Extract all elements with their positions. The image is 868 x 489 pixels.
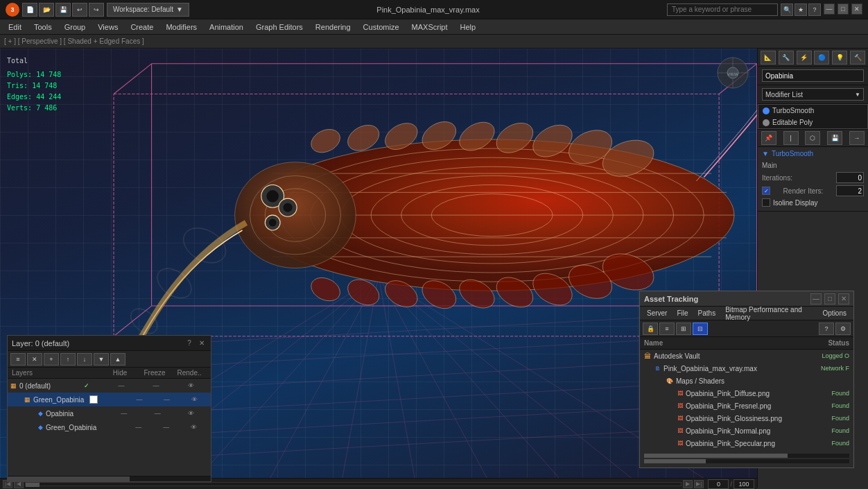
rp-motion-btn[interactable]: 🔵 <box>814 51 829 65</box>
search-input[interactable] <box>667 3 778 16</box>
ap-scrollbar-v-thumb[interactable] <box>644 459 706 463</box>
ap-scrollbar-h[interactable] <box>644 454 849 458</box>
rp-render-iters-input[interactable] <box>836 185 864 196</box>
lp-controls: ? ✕ <box>184 338 207 348</box>
workspace-selector[interactable]: Workspace: Default ▼ <box>107 3 189 17</box>
lp-add-btn[interactable]: + <box>44 353 59 366</box>
menu-tools[interactable]: Tools <box>28 19 58 35</box>
save-btn[interactable]: 💾 <box>55 3 71 17</box>
rp-utilities-btn[interactable]: 🔨 <box>850 51 865 65</box>
ap-menu-bitmap[interactable]: Bitmap Performance and Memory <box>721 304 817 323</box>
time-end-btn[interactable]: ▶| <box>694 480 704 488</box>
maximize-btn[interactable]: □ <box>837 3 849 15</box>
menu-rendering[interactable]: Rendering <box>310 19 356 35</box>
ap-tb-help-btn[interactable]: ? <box>819 323 834 335</box>
time-slider[interactable] <box>25 482 682 486</box>
lp-help-btn[interactable]: ? <box>184 338 194 348</box>
ap-row-label-vault: Autodesk Vault <box>654 352 700 360</box>
lp-color-swatch-1[interactable] <box>89 395 98 404</box>
menu-help[interactable]: Help <box>455 19 482 35</box>
ap-minimize-btn[interactable]: — <box>810 293 822 304</box>
lp-collapse-btn[interactable]: ▲ <box>110 353 125 366</box>
rp-list-btn[interactable]: | <box>783 131 799 145</box>
svg-line-13 <box>379 275 568 488</box>
ap-tb-btn-3[interactable]: ⊞ <box>676 323 691 335</box>
menu-create[interactable]: Create <box>125 19 159 35</box>
rp-render-check[interactable]: ✓ <box>762 187 770 195</box>
lp-move-up-btn[interactable]: ↑ <box>60 353 76 366</box>
ap-menu-options[interactable]: Options <box>819 308 851 318</box>
rp-shape-btn[interactable]: ⬡ <box>805 131 820 145</box>
rp-modifier-turbosmooth[interactable]: TurboSmooth <box>758 105 867 117</box>
rp-pin-btn[interactable]: 📌 <box>761 131 776 145</box>
rp-modify-btn[interactable]: 🔧 <box>779 51 794 65</box>
ap-menu-server[interactable]: Server <box>643 308 671 318</box>
ap-menu-file[interactable]: File <box>672 308 692 318</box>
ap-tb-settings-btn[interactable]: ⚙ <box>835 323 851 335</box>
lp-close-btn[interactable]: ✕ <box>197 338 207 348</box>
list-item[interactable]: 🎨 Maps / Shaders <box>640 375 853 387</box>
menu-modifiers[interactable]: Modifiers <box>160 19 202 35</box>
help-btn[interactable]: ? <box>808 3 821 16</box>
ap-menu-paths[interactable]: Paths <box>694 308 720 318</box>
list-item[interactable]: 🏛 Autodesk Vault Logged O <box>640 350 853 362</box>
minimize-btn[interactable]: — <box>824 3 835 15</box>
menu-views[interactable]: Views <box>92 19 123 35</box>
ap-scrollbar-v[interactable] <box>644 459 849 463</box>
time-frame-input[interactable] <box>708 479 729 489</box>
menu-customize[interactable]: Customize <box>358 19 405 35</box>
rp-iterations-input[interactable] <box>836 172 864 183</box>
redo-btn[interactable]: ↪ <box>89 3 104 17</box>
menu-animation[interactable]: Animation <box>204 19 249 35</box>
menu-group[interactable]: Group <box>59 19 92 35</box>
rp-isoline-check[interactable] <box>762 198 770 207</box>
ap-tb-btn-2[interactable]: ≡ <box>659 323 675 335</box>
ap-close-btn[interactable]: ✕ <box>838 293 849 304</box>
time-end-input[interactable] <box>734 479 754 489</box>
ap-tb-btn-4[interactable]: ⊟ <box>693 323 708 335</box>
lp-scrollbar-thumb[interactable] <box>8 477 130 482</box>
ap-scrollbar-h-thumb[interactable] <box>644 454 788 458</box>
list-item[interactable]: 🗎 Pink_Opabinia_max_vray.max Network F <box>640 362 853 375</box>
open-btn[interactable]: 📂 <box>39 3 54 17</box>
menu-maxscript[interactable]: MAXScript <box>406 19 453 35</box>
layers-panel: Layer: 0 (default) ? ✕ ≡ ✕ + ↑ ↓ ▼ ▲ Lay… <box>7 335 211 482</box>
rp-display-btn[interactable]: 💡 <box>832 51 847 65</box>
list-item[interactable]: ▦ 0 (default) ✓ — — 👁 <box>8 379 211 393</box>
lp-titlebar[interactable]: Layer: 0 (default) ? ✕ <box>8 336 211 351</box>
ap-tb-btn-1[interactable]: 🔒 <box>643 323 658 335</box>
list-item[interactable]: ◆ Green_Opabinia — — 👁 <box>8 420 211 434</box>
rp-section-title[interactable]: ▼ TurboSmooth <box>762 150 864 157</box>
rp-arrow-btn[interactable]: → <box>849 131 865 145</box>
rp-modifier-dropdown[interactable]: Modifier List ▼ <box>762 88 864 101</box>
list-item[interactable]: 🖼 Opabinia_Pink_Diffuse.png Found <box>640 387 853 400</box>
undo-btn[interactable]: ↩ <box>72 3 87 17</box>
time-play-btn[interactable]: ▶ <box>683 480 693 488</box>
ap-row-label-diffuse: Opabinia_Pink_Diffuse.png <box>686 390 770 397</box>
list-item[interactable]: ▦ Green_Opabinia — — 👁 <box>8 393 211 406</box>
new-btn[interactable]: 📄 <box>22 3 37 17</box>
close-btn[interactable]: ✕ <box>851 3 862 15</box>
lp-move-down-btn[interactable]: ↓ <box>77 353 92 366</box>
list-item[interactable]: ◆ Opabinia — — 👁 <box>8 406 211 420</box>
lp-delete-btn[interactable]: ✕ <box>27 353 42 366</box>
rp-modifier-editable-poly[interactable]: Editable Poly <box>758 117 867 128</box>
lp-layer-icon-btn[interactable]: ≡ <box>10 353 26 366</box>
time-slider-thumb[interactable] <box>26 483 40 487</box>
search-btn[interactable]: 🔍 <box>781 3 793 16</box>
rp-create-btn[interactable]: 📐 <box>761 51 776 65</box>
lp-scrollbar[interactable] <box>8 476 211 481</box>
ap-maximize-btn[interactable]: □ <box>824 293 835 304</box>
rp-hierarchy-btn[interactable]: ⚡ <box>797 51 812 65</box>
menu-edit[interactable]: Edit <box>3 19 27 35</box>
menu-graph-editors[interactable]: Graph Editors <box>250 19 309 35</box>
list-item[interactable]: 🖼 Opabinia_Pink_Glossiness.png Found <box>640 412 853 424</box>
rp-object-name-input[interactable] <box>762 69 864 82</box>
list-item[interactable]: 🖼 Opabinia_Pink_Specular.png Found <box>640 437 853 449</box>
list-item[interactable]: 🖼 Opabinia_Pink_Normal.png Found <box>640 424 853 437</box>
lp-expand-btn[interactable]: ▼ <box>94 353 109 366</box>
nav-gizmo[interactable]: VIEW <box>715 55 750 90</box>
list-item[interactable]: 🖼 Opabinia_Pink_Fresnel.png Found <box>640 400 853 412</box>
bookmark-btn[interactable]: ★ <box>795 3 807 16</box>
rp-save-btn[interactable]: 💾 <box>827 131 842 145</box>
